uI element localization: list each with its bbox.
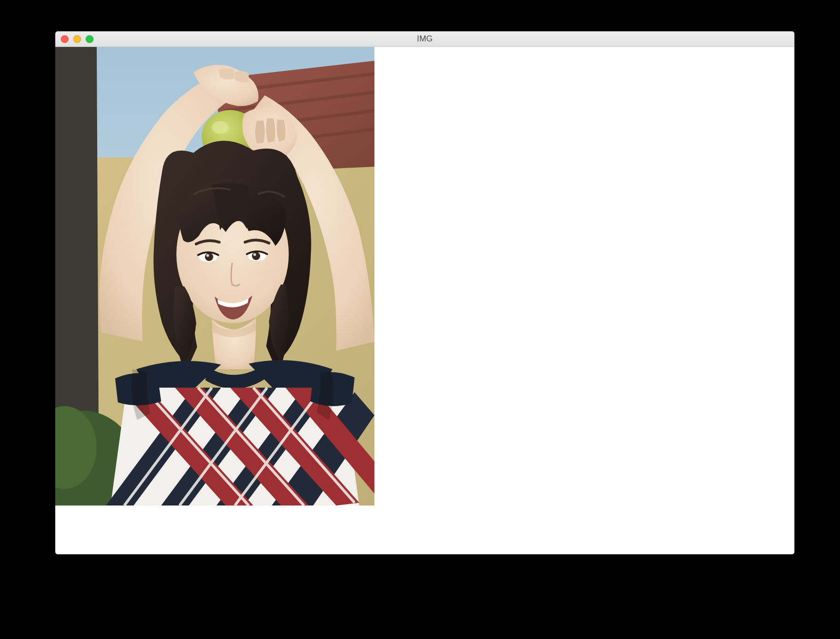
svg-point-5 [212, 121, 228, 134]
svg-point-11 [252, 252, 260, 260]
traffic-lights [61, 35, 93, 43]
minimize-button[interactable] [73, 35, 81, 43]
window: IMG [55, 31, 794, 554]
svg-point-8 [205, 253, 213, 261]
svg-point-12 [253, 253, 256, 256]
desktop-background: IMG [0, 0, 840, 639]
svg-point-9 [206, 254, 209, 257]
window-titlebar[interactable]: IMG [55, 31, 794, 47]
close-button[interactable] [61, 35, 69, 43]
zoom-button[interactable] [86, 35, 93, 43]
window-title: IMG [417, 34, 433, 44]
displayed-image [55, 47, 374, 505]
window-content [55, 47, 794, 554]
